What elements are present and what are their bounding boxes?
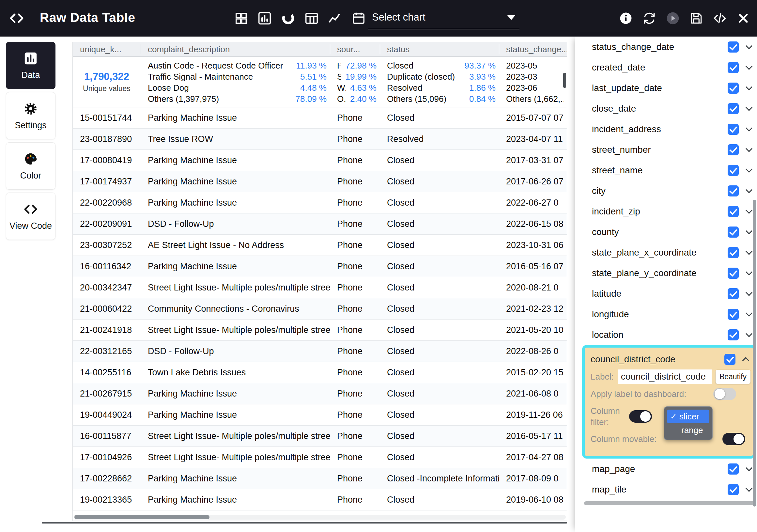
field-checkbox[interactable] xyxy=(728,463,739,475)
refresh-icon[interactable] xyxy=(642,11,656,25)
field-checkbox[interactable] xyxy=(728,82,739,94)
table-row[interactable]: 14-00255116Town Lake Debris IssuesPhoneC… xyxy=(73,362,567,383)
chevron-down-icon[interactable] xyxy=(744,227,754,237)
table-row[interactable]: 16-00115877Street Light Issue- Multiple … xyxy=(73,425,567,447)
table-row[interactable]: 17-00104926Street Light Issue- Multiple … xyxy=(73,447,567,468)
field-row-incident_zip[interactable]: incident_zip xyxy=(575,201,757,222)
close-icon[interactable] xyxy=(736,11,750,25)
field-checkbox[interactable] xyxy=(724,354,736,365)
chevron-down-icon[interactable] xyxy=(744,330,754,340)
table-row[interactable]: 16-00116342Parking Machine IssuePhoneClo… xyxy=(73,256,567,277)
column-header-status-change-date[interactable]: status_change... xyxy=(499,42,567,56)
chevron-down-icon[interactable] xyxy=(744,485,754,494)
field-checkbox[interactable] xyxy=(728,185,739,197)
play-icon[interactable] xyxy=(666,11,680,25)
table-row[interactable]: 23-00307252AE Street Light Issue - No Ad… xyxy=(73,235,567,256)
chevron-down-icon[interactable] xyxy=(744,83,754,93)
field-row-map_page[interactable]: map_page xyxy=(575,458,757,479)
field-row-status_change_date[interactable]: status_change_date xyxy=(575,37,757,57)
field-row-state_plane_y_coordinate[interactable]: state_plane_y_coordinate xyxy=(575,263,757,283)
field-row-street_name[interactable]: street_name xyxy=(575,160,757,180)
field-checkbox[interactable] xyxy=(728,309,739,320)
table-horizontal-scrollbar[interactable] xyxy=(74,515,566,519)
table-row[interactable]: 21-00267915Parking Machine IssuePhoneClo… xyxy=(73,383,567,404)
column-header-status[interactable]: status xyxy=(380,42,499,56)
page-horizontal-scrollbar[interactable] xyxy=(42,522,567,523)
menu-item-slicer[interactable]: ✓ slicer xyxy=(667,410,710,423)
field-row-county[interactable]: county xyxy=(575,222,757,242)
sidebar-item-view-code[interactable]: View Code xyxy=(6,193,55,240)
field-row-latitude[interactable]: latitude xyxy=(575,283,757,304)
field-checkbox[interactable] xyxy=(728,144,739,155)
table-row[interactable]: 15-00151744Parking Machine IssuePhoneClo… xyxy=(73,108,567,129)
table-row[interactable]: 21-00241918Street Light Issue- Multiple … xyxy=(73,320,567,341)
chevron-down-icon[interactable] xyxy=(744,63,754,73)
field-row-last_update_date[interactable]: last_update_date xyxy=(575,78,757,98)
table-row[interactable]: 19-00213365Parking Machine IssuePhoneClo… xyxy=(73,489,567,511)
donut-chart-icon[interactable] xyxy=(281,11,296,26)
fields-horizontal-scrollbar[interactable] xyxy=(584,501,755,505)
field-checkbox[interactable] xyxy=(728,206,739,217)
table-row[interactable]: 19-00449024Parking Machine IssuePhoneClo… xyxy=(73,404,567,425)
chevron-down-icon[interactable] xyxy=(744,289,754,298)
chevron-down-icon[interactable] xyxy=(744,124,754,134)
field-checkbox[interactable] xyxy=(728,267,739,279)
table-chart-icon[interactable] xyxy=(234,11,249,26)
field-row-state_plane_x_coordinate[interactable]: state_plane_x_coordinate xyxy=(575,242,757,263)
chevron-down-icon[interactable] xyxy=(744,464,754,474)
pivot-table-icon[interactable] xyxy=(304,11,319,26)
chevron-down-icon[interactable] xyxy=(744,186,754,196)
table-row[interactable]: 20-00342347Street Light Issue- Multiple … xyxy=(73,277,567,298)
field-checkbox[interactable] xyxy=(728,165,739,176)
chevron-down-icon[interactable] xyxy=(744,166,754,175)
table-row[interactable]: 22-00209091DSD - Follow-UpPhoneClosed202… xyxy=(73,213,567,235)
sidebar-item-color[interactable]: Color xyxy=(6,142,55,190)
column-filter-toggle[interactable] xyxy=(629,410,652,422)
code-brackets-icon[interactable] xyxy=(9,11,25,26)
field-checkbox[interactable] xyxy=(728,124,739,135)
field-row-location[interactable]: location xyxy=(575,325,757,345)
field-checkbox[interactable] xyxy=(728,62,739,73)
calendar-icon[interactable] xyxy=(351,11,366,26)
chevron-down-icon[interactable] xyxy=(744,42,754,52)
table-row[interactable]: 17-00080419Parking Machine IssuePhoneClo… xyxy=(73,150,567,171)
field-checkbox[interactable] xyxy=(728,484,739,495)
sidebar-item-data[interactable]: Data xyxy=(6,42,55,89)
sidebar-item-settings[interactable]: Settings xyxy=(6,92,55,140)
field-row-created_date[interactable]: created_date xyxy=(575,57,757,78)
field-row-incident_address[interactable]: incident_address xyxy=(575,119,757,140)
chevron-down-icon[interactable] xyxy=(744,206,754,216)
table-row[interactable]: 17-00174937Parking Machine IssuePhoneClo… xyxy=(73,171,567,192)
table-horizontal-scrollbar-thumb[interactable] xyxy=(75,515,209,519)
table-row[interactable]: 22-00220968Parking Machine IssuePhoneClo… xyxy=(73,192,567,213)
field-checkbox[interactable] xyxy=(728,227,739,237)
field-row-map_tile[interactable]: map_tile xyxy=(575,479,757,500)
apply-label-toggle[interactable] xyxy=(713,388,736,400)
field-row-close_date[interactable]: close_date xyxy=(575,98,757,119)
field-row-longitude[interactable]: longitude xyxy=(575,304,757,325)
field-row-street_number[interactable]: street_number xyxy=(575,140,757,160)
field-checkbox[interactable] xyxy=(728,42,739,52)
table-row[interactable]: 21-00060422Community Connections - Coron… xyxy=(73,298,567,320)
chevron-down-icon[interactable] xyxy=(744,268,754,278)
line-chart-icon[interactable] xyxy=(328,11,343,26)
expanded-field-row[interactable]: council_district_code xyxy=(590,351,750,368)
menu-item-range[interactable]: range xyxy=(667,423,710,437)
save-icon[interactable] xyxy=(689,11,704,25)
table-row[interactable]: 17-00228662Parking Machine IssuePhoneClo… xyxy=(73,468,567,489)
chevron-down-icon[interactable] xyxy=(744,145,754,155)
field-checkbox[interactable] xyxy=(728,329,739,340)
chevron-up-icon[interactable] xyxy=(741,355,750,364)
info-icon[interactable] xyxy=(619,11,633,25)
chart-select-dropdown[interactable]: Select chart xyxy=(368,6,520,29)
beautify-button[interactable]: Beautify xyxy=(715,370,750,384)
field-checkbox[interactable] xyxy=(728,247,739,258)
field-checkbox[interactable] xyxy=(728,103,739,114)
bar-chart-icon[interactable] xyxy=(257,11,272,26)
field-label-input[interactable] xyxy=(618,369,712,384)
table-row[interactable]: 22-00312165DSD - Follow-UpPhoneClosed202… xyxy=(73,341,567,362)
column-header-source[interactable]: sour... xyxy=(330,42,380,56)
table-row[interactable]: 23-00187890Tree Issue ROWPhoneResolved20… xyxy=(73,129,567,150)
column-header-unique-key[interactable]: unique_k... xyxy=(73,42,141,56)
code-icon[interactable] xyxy=(712,11,727,25)
